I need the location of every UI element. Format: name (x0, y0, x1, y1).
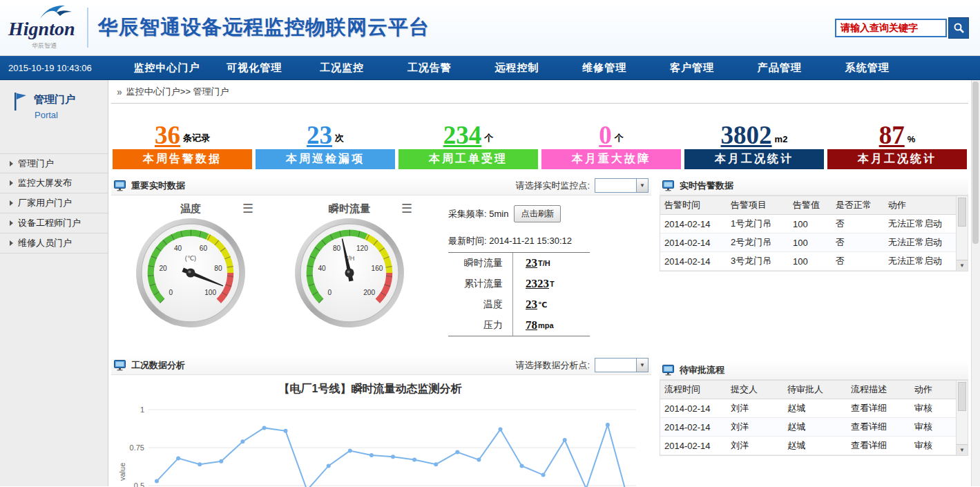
metric-row-temperature: 温度 23 ℃ (448, 294, 590, 315)
refresh-button[interactable]: 点击刷新 (514, 205, 561, 222)
section-title: 待审批流程 (680, 364, 724, 376)
nav-item-product[interactable]: 产品管理 (736, 61, 823, 75)
svg-text:1: 1 (140, 405, 144, 414)
logo[interactable]: Hignton 华辰智通 (7, 0, 84, 55)
realtime-point-select[interactable]: ▼ (595, 178, 648, 193)
stat-card-monthly-condition[interactable]: 3802m2 本月工况统计 (684, 109, 824, 169)
svg-text:80: 80 (214, 265, 222, 272)
logo-subtext: 华辰智通 (32, 41, 57, 50)
search-icon (953, 22, 965, 34)
stat-value[interactable]: 36 (155, 122, 180, 148)
approval-table-scrollbar[interactable]: ▼ (956, 381, 968, 455)
stat-value[interactable]: 0 (599, 122, 612, 148)
scroll-down-icon[interactable]: ▼ (957, 260, 968, 271)
nav-item-remote-control[interactable]: 远程控制 (473, 61, 561, 75)
chart-title: 【电厂1号线】瞬时流量动态监测分析 (111, 382, 629, 397)
alarm-action-cell[interactable]: 无法正常启动 (884, 233, 956, 252)
metric-row-total-flow: 累计流量 2323 T (448, 274, 590, 294)
metric-value[interactable]: 23 (526, 298, 537, 312)
approval-row: 2014-02-14刘洋 赵城 查看详细 审核 (660, 437, 956, 455)
triangle-bullet-icon (10, 220, 13, 226)
svg-text:value: value (118, 463, 126, 481)
nav-item-customer[interactable]: 客户管理 (648, 61, 736, 75)
portal-header: 管理门户 Portal (0, 80, 108, 128)
stat-card-monthly-faults[interactable]: 0个 本月重大故障 (541, 109, 681, 169)
triangle-bullet-icon (10, 161, 13, 166)
breadcrumb: » 监控中心门户>> 管理门户 (111, 80, 968, 104)
stat-card-weekly-workorders[interactable]: 234个 本周工单受理 (398, 109, 538, 169)
nav-item-condition-monitor[interactable]: 工况监控 (298, 61, 386, 75)
analysis-point-select[interactable]: ▼ (595, 358, 648, 372)
nav-item-monitor-center[interactable]: 监控中心门户 (123, 61, 211, 75)
approval-table: 流程时间 提交人 待审批人 流程描述 动作 2014-02-14刘洋 赵城 (660, 381, 956, 455)
stat-label[interactable]: 本周工单受理 (398, 149, 538, 169)
monitor-icon (662, 180, 675, 191)
approve-link[interactable]: 审核 (910, 437, 956, 455)
svg-text:120: 120 (356, 245, 368, 252)
nav-item-condition-alarm[interactable]: 工况告警 (385, 61, 473, 75)
dashboard-page: Hignton 华辰智通 华辰智通设备远程监控物联网云平台 2015-10-19… (0, 0, 980, 487)
flow-gauge-block: 瞬时流量 ☰ 0 40 80 (270, 200, 429, 356)
alarm-table-scrollbar[interactable]: ▼ (956, 196, 968, 271)
sidebar-item-admin-portal[interactable]: 管理门户 (0, 153, 108, 173)
chart-menu-icon[interactable]: ☰ (401, 202, 412, 215)
metric-value[interactable]: 23 (526, 256, 537, 270)
scrollbar-thumb[interactable] (958, 382, 966, 411)
sidebar-item-engineer-portal[interactable]: 设备工程师门户 (0, 213, 108, 233)
nav-item-maintenance[interactable]: 维修管理 (561, 61, 648, 75)
nav-item-visual-mgmt[interactable]: 可视化管理 (211, 61, 298, 75)
approve-link[interactable]: 审核 (910, 418, 956, 437)
alarm-row: 2014-02-142号龙门吊 100否 无法正常启动 (660, 233, 956, 252)
svg-text:40: 40 (174, 245, 182, 252)
stat-label[interactable]: 本月工况统计 (827, 149, 967, 169)
analysis-selector-label: 请选择数据分析点: (515, 359, 590, 372)
svg-text:100: 100 (204, 289, 216, 296)
stat-card-weekly-alarms[interactable]: 36条记录 本周告警数据 (113, 109, 252, 169)
svg-text:80: 80 (333, 245, 341, 252)
stat-value[interactable]: 234 (443, 122, 482, 148)
view-detail-link[interactable]: 查看详细 (847, 437, 910, 455)
scroll-down-icon[interactable]: ▼ (957, 444, 968, 455)
temperature-gauge: 0 20 40 60 80 100 (℃) (135, 217, 247, 329)
metrics-table: 瞬时流量 23 T/H 累计流量 2323 T (448, 253, 590, 336)
logo-text: Hignton (8, 18, 75, 40)
view-detail-link[interactable]: 查看详细 (847, 399, 910, 418)
alarm-action-cell[interactable]: 无法正常启动 (884, 215, 956, 233)
svg-text:(℃): (℃) (185, 255, 196, 262)
stat-unit: 个 (484, 132, 493, 148)
stat-label[interactable]: 本周巡检漏项 (256, 149, 395, 169)
section-alarm-data: 实时告警数据 (660, 176, 968, 195)
metric-value[interactable]: 78 (526, 318, 537, 332)
main-content: » 监控中心门户>> 管理门户 36条记录 本周告警数据 23次 本周巡检漏项 … (108, 80, 971, 486)
sidebar-item-maintainer-portal[interactable]: 维修人员门户 (0, 233, 108, 254)
search-input[interactable] (835, 19, 947, 37)
stat-label[interactable]: 本月重大故障 (541, 149, 681, 169)
alarm-action-cell[interactable]: 无法正常启动 (884, 252, 956, 271)
stat-unit: 条记录 (183, 132, 210, 148)
scrollbar-thumb[interactable] (972, 82, 979, 244)
stat-card-monthly-condition-pct[interactable]: 87% 本月工况统计 (827, 109, 967, 169)
alarm-row: 2014-02-143号龙门吊 100否 无法正常启动 (660, 252, 956, 271)
stat-label[interactable]: 本周告警数据 (113, 149, 252, 169)
monitor-icon (662, 365, 675, 376)
frequency-label: 采集频率: 5min (448, 208, 508, 220)
stat-card-weekly-inspection[interactable]: 23次 本周巡检漏项 (256, 109, 395, 169)
page-scrollbar[interactable] (971, 80, 980, 486)
stat-value[interactable]: 3802 (721, 122, 772, 148)
scrollbar-thumb[interactable] (958, 198, 966, 227)
sidebar-item-screen-publish[interactable]: 监控大屏发布 (0, 173, 108, 193)
alarm-table-wrap: 告警时间 告警项目 告警值 是否正常 动作 2014-02-141号龙门吊 10… (660, 195, 968, 271)
approve-link[interactable]: 审核 (910, 399, 956, 418)
section-title: 实时告警数据 (680, 180, 733, 192)
sidebar-item-factory-portal[interactable]: 厂家用户门户 (0, 193, 108, 213)
stat-value[interactable]: 87 (879, 122, 905, 148)
svg-text:160: 160 (372, 265, 383, 272)
view-detail-link[interactable]: 查看详细 (847, 418, 910, 437)
stat-value[interactable]: 23 (307, 122, 332, 148)
search-button[interactable] (948, 17, 969, 39)
chart-menu-icon[interactable]: ☰ (242, 202, 253, 215)
metric-value[interactable]: 2323 (526, 277, 549, 291)
nav-item-system[interactable]: 系统管理 (823, 61, 911, 75)
stat-label[interactable]: 本月工况统计 (684, 149, 824, 169)
left-column: 重要实时数据 请选择实时监控点: ▼ 温度 ☰ (111, 176, 651, 487)
